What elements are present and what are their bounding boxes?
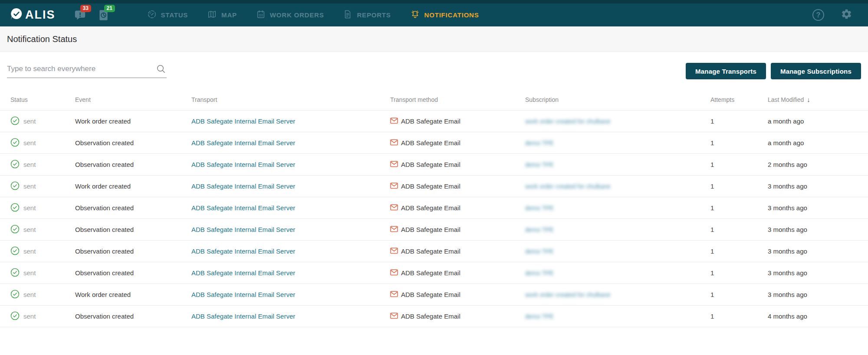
column-header-subscription[interactable]: Subscription xyxy=(525,96,710,103)
envelope-icon xyxy=(390,117,398,125)
subscription-label-redacted[interactable]: work order created for chulkane xyxy=(525,118,611,125)
subscription-label-redacted[interactable]: work order created for chulkane xyxy=(525,291,611,298)
status-cell: sent xyxy=(10,246,75,257)
subscription-cell: demo TPE xyxy=(525,139,710,147)
column-header-attempts[interactable]: Attempts xyxy=(710,96,768,103)
status-cell: sent xyxy=(10,181,75,192)
nav-item-work-orders[interactable]: WORK ORDERS xyxy=(256,10,324,20)
subscription-label-redacted[interactable]: demo TPE xyxy=(525,248,554,255)
subscription-cell: demo TPE xyxy=(525,313,710,320)
nav-item-map[interactable]: MAP xyxy=(207,10,237,20)
nav-item-status[interactable]: STATUS xyxy=(147,10,188,20)
main-nav-items: STATUS MAP WORK ORDERS xyxy=(147,10,498,21)
gear-icon[interactable] xyxy=(841,8,852,22)
table-row[interactable]: sent Observation created ADB Safegate In… xyxy=(0,306,868,327)
transport-cell: ADB Safegate Internal Email Server xyxy=(191,204,390,212)
subscription-label-redacted[interactable]: demo TPE xyxy=(525,161,554,168)
column-header-event[interactable]: Event xyxy=(75,96,191,103)
table-row[interactable]: sent Work order created ADB Safegate Int… xyxy=(0,176,868,197)
column-header-transport[interactable]: Transport xyxy=(191,96,390,103)
nav-item-notifications[interactable]: NOTIFICATIONS xyxy=(410,10,479,21)
table-row[interactable]: sent Observation created ADB Safegate In… xyxy=(0,154,868,176)
column-header-status[interactable]: Status xyxy=(10,96,75,103)
attempts-cell: 1 xyxy=(710,313,768,320)
transport-link[interactable]: ADB Safegate Internal Email Server xyxy=(191,117,295,125)
transport-link[interactable]: ADB Safegate Internal Email Server xyxy=(191,226,295,233)
nav-label-notifications: NOTIFICATIONS xyxy=(424,11,479,19)
envelope-icon xyxy=(390,291,398,299)
alis-leaf-icon xyxy=(10,7,23,23)
transport-link[interactable]: ADB Safegate Internal Email Server xyxy=(191,248,295,255)
status-cell: sent xyxy=(10,225,75,235)
nav-label-work-orders: WORK ORDERS xyxy=(270,11,324,19)
transport-method-label: ADB Safegate Email xyxy=(401,269,460,277)
table-row[interactable]: sent Work order created ADB Safegate Int… xyxy=(0,284,868,306)
attempts-cell: 1 xyxy=(710,161,768,168)
attempts-cell: 1 xyxy=(710,226,768,233)
transport-link[interactable]: ADB Safegate Internal Email Server xyxy=(191,182,295,190)
subscription-label-redacted[interactable]: demo TPE xyxy=(525,270,554,277)
transport-link[interactable]: ADB Safegate Internal Email Server xyxy=(191,291,295,298)
subscription-label-redacted[interactable]: work order created for chulkane xyxy=(525,183,611,190)
transport-method-label: ADB Safegate Email xyxy=(401,139,460,147)
table-row[interactable]: sent Work order created ADB Safegate Int… xyxy=(0,111,868,132)
subscription-cell: demo TPE xyxy=(525,161,710,168)
sort-descending-icon[interactable]: ↓ xyxy=(807,96,810,103)
table-row[interactable]: sent Observation created ADB Safegate In… xyxy=(0,197,868,219)
table-row[interactable]: sent Observation created ADB Safegate In… xyxy=(0,241,868,262)
transport-cell: ADB Safegate Internal Email Server xyxy=(191,182,390,190)
envelope-icon xyxy=(390,182,398,190)
status-cell: sent xyxy=(10,268,75,278)
transport-method-label: ADB Safegate Email xyxy=(401,204,460,212)
column-header-last-modified[interactable]: Last Modified ↓ xyxy=(768,96,861,103)
check-circle-icon xyxy=(10,116,20,127)
table-body: sent Work order created ADB Safegate Int… xyxy=(0,111,868,327)
table-row[interactable]: sent Observation created ADB Safegate In… xyxy=(0,132,868,154)
transport-link[interactable]: ADB Safegate Internal Email Server xyxy=(191,313,295,320)
transport-method-cell: ADB Safegate Email xyxy=(390,117,525,125)
subscription-cell: work order created for chulkane xyxy=(525,291,710,298)
calendar-icon xyxy=(256,10,266,20)
subscription-label-redacted[interactable]: demo TPE xyxy=(525,140,554,147)
nav-item-reports[interactable]: REPORTS xyxy=(343,10,391,20)
status-label: sent xyxy=(23,313,36,320)
status-label: sent xyxy=(23,204,36,212)
subscription-cell: work order created for chulkane xyxy=(525,117,710,125)
manage-subscriptions-button[interactable]: Manage Subscriptions xyxy=(771,63,861,79)
transport-link[interactable]: ADB Safegate Internal Email Server xyxy=(191,269,295,277)
activity-report-button[interactable]: 21 xyxy=(98,9,109,21)
subscription-label-redacted[interactable]: demo TPE xyxy=(525,226,554,233)
manage-transports-button[interactable]: Manage Transports xyxy=(686,63,766,79)
transport-link[interactable]: ADB Safegate Internal Email Server xyxy=(191,139,295,147)
check-circle-icon xyxy=(10,138,20,148)
page-header: Notification Status xyxy=(0,26,868,52)
transport-method-cell: ADB Safegate Email xyxy=(390,182,525,190)
document-icon xyxy=(343,10,352,20)
subscription-label-redacted[interactable]: demo TPE xyxy=(525,313,554,320)
help-icon[interactable]: ? xyxy=(812,9,824,21)
event-cell: Observation created xyxy=(75,139,191,147)
transport-method-label: ADB Safegate Email xyxy=(401,117,460,125)
event-cell: Observation created xyxy=(75,161,191,168)
transport-method-cell: ADB Safegate Email xyxy=(390,139,525,147)
search-input[interactable] xyxy=(7,63,167,78)
table-row[interactable]: sent Observation created ADB Safegate In… xyxy=(0,262,868,284)
table-row[interactable]: sent Observation created ADB Safegate In… xyxy=(0,219,868,241)
transport-link[interactable]: ADB Safegate Internal Email Server xyxy=(191,204,295,212)
chat-messages-button[interactable]: 33 xyxy=(74,9,86,21)
column-header-transport-method[interactable]: Transport method xyxy=(390,96,525,103)
last-modified-cell: a month ago xyxy=(768,117,861,125)
transport-link[interactable]: ADB Safegate Internal Email Server xyxy=(191,161,295,168)
check-circle-icon xyxy=(10,268,20,278)
status-label: sent xyxy=(23,269,36,277)
attempts-cell: 1 xyxy=(710,248,768,255)
last-modified-cell: 4 months ago xyxy=(768,313,861,320)
app-logo[interactable]: ALIS xyxy=(10,7,56,23)
event-cell: Observation created xyxy=(75,248,191,255)
last-modified-cell: 3 months ago xyxy=(768,226,861,233)
transport-method-cell: ADB Safegate Email xyxy=(390,226,525,234)
transport-method-label: ADB Safegate Email xyxy=(401,161,460,168)
transport-method-label: ADB Safegate Email xyxy=(401,248,460,255)
logo-text: ALIS xyxy=(25,8,56,22)
subscription-label-redacted[interactable]: demo TPE xyxy=(525,205,554,212)
